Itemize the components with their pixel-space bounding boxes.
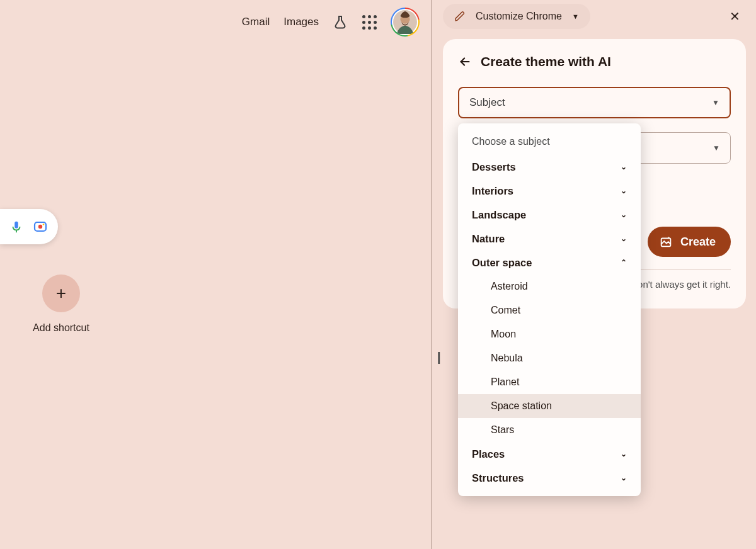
search-pill[interactable]: [0, 209, 58, 244]
subject-option-moon[interactable]: Moon: [458, 322, 641, 346]
lens-icon[interactable]: [33, 219, 48, 234]
category-structures[interactable]: Structures⌄: [458, 466, 641, 490]
sparkle-image-icon: [659, 235, 673, 249]
dropdown-hint: Choose a subject: [458, 133, 641, 155]
chevron-up-icon: ⌃: [621, 258, 627, 267]
panel-header-label: Customize Chrome: [476, 11, 562, 22]
create-button[interactable]: Create: [648, 227, 731, 257]
subject-option-comet[interactable]: Comet: [458, 298, 641, 322]
chevron-down-icon: ⌄: [621, 162, 627, 171]
customize-chrome-chip[interactable]: Customize Chrome ▼: [443, 4, 590, 29]
panel-header: Customize Chrome ▼ ✕: [443, 0, 746, 33]
pencil-icon: [454, 11, 466, 22]
category-landscape[interactable]: Landscape⌄: [458, 203, 641, 227]
chevron-down-icon: ▼: [572, 13, 579, 20]
images-link[interactable]: Images: [284, 16, 319, 28]
profile-avatar[interactable]: [391, 8, 420, 37]
add-shortcut[interactable]: + Add shortcut: [20, 274, 102, 334]
category-interiors[interactable]: Interiors⌄: [458, 179, 641, 203]
back-arrow-icon[interactable]: [458, 55, 472, 69]
side-panel: Customize Chrome ▼ ✕ Create theme with A…: [432, 0, 756, 549]
chevron-down-icon: ⌄: [621, 210, 627, 219]
subject-dropdown: Choose a subject Desserts⌄ Interiors⌄ La…: [458, 123, 641, 496]
category-outer-space[interactable]: Outer space⌃: [458, 251, 641, 274]
gmail-link[interactable]: Gmail: [242, 16, 270, 28]
labs-icon[interactable]: [333, 14, 348, 30]
plus-icon: +: [42, 274, 80, 312]
caret-down-icon: ▼: [712, 98, 719, 107]
subject-option-stars[interactable]: Stars: [458, 418, 641, 442]
category-desserts[interactable]: Desserts⌄: [458, 155, 641, 179]
voice-search-icon[interactable]: [9, 219, 24, 234]
apps-icon[interactable]: [362, 14, 377, 30]
top-nav: Gmail Images: [242, 8, 420, 37]
chevron-down-icon: ⌄: [621, 186, 627, 195]
subject-option-nebula[interactable]: Nebula: [458, 346, 641, 370]
subject-option-asteroid[interactable]: Asteroid: [458, 274, 641, 298]
chevron-down-icon: ⌄: [621, 450, 627, 458]
chevron-down-icon: ⌄: [621, 234, 627, 243]
category-nature[interactable]: Nature⌄: [458, 227, 641, 251]
create-theme-card: Create theme with AI Subject ▼ Style ▼ C…: [443, 39, 746, 308]
caret-down-icon: ▼: [713, 144, 720, 152]
svg-point-4: [43, 224, 45, 225]
close-panel-button[interactable]: ✕: [723, 5, 746, 28]
add-shortcut-label: Add shortcut: [33, 322, 89, 334]
svg-point-3: [38, 225, 42, 229]
create-button-label: Create: [680, 235, 716, 249]
card-title: Create theme with AI: [481, 54, 611, 69]
ntp-main-area: Gmail Images + Add shortcut ||: [0, 0, 431, 549]
subject-option-planet[interactable]: Planet: [458, 370, 641, 394]
chevron-down-icon: ⌄: [621, 473, 627, 482]
subject-field-label: Subject: [469, 96, 505, 109]
subject-option-space-station[interactable]: Space station: [458, 394, 641, 418]
category-places[interactable]: Places⌄: [458, 442, 641, 466]
subject-field[interactable]: Subject ▼: [458, 87, 731, 118]
